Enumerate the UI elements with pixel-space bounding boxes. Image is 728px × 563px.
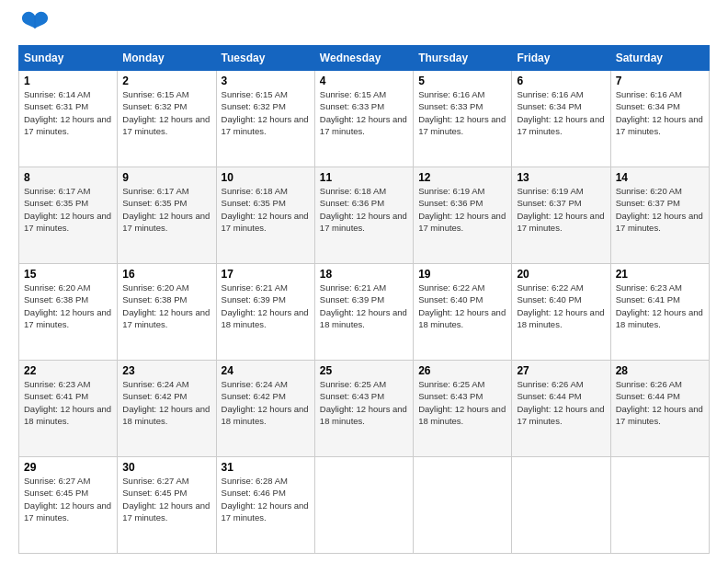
day-number: 16 bbox=[122, 268, 210, 281]
day-info: Sunrise: 6:14 AMSunset: 6:31 PMDaylight:… bbox=[24, 89, 111, 136]
day-number: 30 bbox=[122, 461, 210, 474]
calendar-cell: 6Sunrise: 6:16 AMSunset: 6:34 PMDaylight… bbox=[512, 71, 610, 167]
calendar-cell: 25Sunrise: 6:25 AMSunset: 6:43 PMDayligh… bbox=[314, 361, 413, 457]
calendar-cell: 23Sunrise: 6:24 AMSunset: 6:42 PMDayligh… bbox=[118, 361, 216, 457]
day-info: Sunrise: 6:20 AMSunset: 6:38 PMDaylight:… bbox=[122, 282, 210, 329]
day-info: Sunrise: 6:27 AMSunset: 6:45 PMDaylight:… bbox=[122, 476, 210, 523]
day-number: 28 bbox=[616, 364, 704, 377]
day-info: Sunrise: 6:19 AMSunset: 6:37 PMDaylight:… bbox=[517, 186, 604, 233]
calendar-cell: 12Sunrise: 6:19 AMSunset: 6:36 PMDayligh… bbox=[414, 167, 512, 264]
day-number: 22 bbox=[24, 364, 112, 377]
day-info: Sunrise: 6:26 AMSunset: 6:44 PMDaylight:… bbox=[517, 379, 604, 426]
day-number: 4 bbox=[320, 75, 408, 87]
header bbox=[18, 14, 710, 36]
day-number: 26 bbox=[418, 364, 506, 377]
day-number: 11 bbox=[320, 171, 408, 184]
day-number: 17 bbox=[222, 268, 310, 281]
day-number: 12 bbox=[418, 171, 506, 184]
col-header-thursday: Thursday bbox=[414, 46, 512, 71]
day-number: 1 bbox=[24, 75, 112, 87]
calendar-cell: 28Sunrise: 6:26 AMSunset: 6:44 PMDayligh… bbox=[610, 361, 709, 457]
day-info: Sunrise: 6:20 AMSunset: 6:37 PMDaylight:… bbox=[616, 186, 703, 233]
day-info: Sunrise: 6:21 AMSunset: 6:39 PMDaylight:… bbox=[222, 282, 309, 329]
calendar-cell: 29Sunrise: 6:27 AMSunset: 6:45 PMDayligh… bbox=[19, 457, 118, 554]
calendar-cell: 11Sunrise: 6:18 AMSunset: 6:36 PMDayligh… bbox=[314, 167, 413, 264]
calendar-cell: 3Sunrise: 6:15 AMSunset: 6:32 PMDaylight… bbox=[216, 71, 314, 167]
day-info: Sunrise: 6:17 AMSunset: 6:35 PMDaylight:… bbox=[24, 186, 111, 233]
day-number: 3 bbox=[222, 75, 310, 87]
day-info: Sunrise: 6:17 AMSunset: 6:35 PMDaylight:… bbox=[122, 186, 210, 233]
day-info: Sunrise: 6:24 AMSunset: 6:42 PMDaylight:… bbox=[122, 379, 210, 426]
calendar-cell: 8Sunrise: 6:17 AMSunset: 6:35 PMDaylight… bbox=[19, 167, 118, 264]
col-header-tuesday: Tuesday bbox=[216, 46, 314, 71]
day-number: 10 bbox=[222, 171, 310, 184]
day-info: Sunrise: 6:21 AMSunset: 6:39 PMDaylight:… bbox=[320, 282, 407, 329]
day-info: Sunrise: 6:15 AMSunset: 6:32 PMDaylight:… bbox=[122, 89, 210, 136]
calendar-cell: 2Sunrise: 6:15 AMSunset: 6:32 PMDaylight… bbox=[118, 71, 216, 167]
logo-bird-icon bbox=[20, 8, 50, 34]
calendar-cell: 13Sunrise: 6:19 AMSunset: 6:37 PMDayligh… bbox=[512, 167, 610, 264]
day-info: Sunrise: 6:20 AMSunset: 6:38 PMDaylight:… bbox=[24, 282, 111, 329]
day-info: Sunrise: 6:23 AMSunset: 6:41 PMDaylight:… bbox=[24, 379, 111, 426]
day-info: Sunrise: 6:25 AMSunset: 6:43 PMDaylight:… bbox=[320, 379, 407, 426]
calendar-cell: 18Sunrise: 6:21 AMSunset: 6:39 PMDayligh… bbox=[314, 264, 413, 361]
calendar-table: SundayMondayTuesdayWednesdayThursdayFrid… bbox=[18, 45, 710, 554]
day-number: 15 bbox=[24, 268, 112, 281]
calendar-cell: 7Sunrise: 6:16 AMSunset: 6:34 PMDaylight… bbox=[610, 71, 709, 167]
day-number: 18 bbox=[320, 268, 408, 281]
day-info: Sunrise: 6:24 AMSunset: 6:42 PMDaylight:… bbox=[222, 379, 309, 426]
day-info: Sunrise: 6:28 AMSunset: 6:46 PMDaylight:… bbox=[222, 476, 309, 523]
day-number: 20 bbox=[517, 268, 605, 281]
day-number: 27 bbox=[517, 364, 605, 377]
day-number: 7 bbox=[616, 75, 704, 87]
day-info: Sunrise: 6:19 AMSunset: 6:36 PMDaylight:… bbox=[418, 186, 506, 233]
day-number: 9 bbox=[122, 171, 210, 184]
calendar-cell: 19Sunrise: 6:22 AMSunset: 6:40 PMDayligh… bbox=[414, 264, 512, 361]
calendar-cell: 24Sunrise: 6:24 AMSunset: 6:42 PMDayligh… bbox=[216, 361, 314, 457]
page: SundayMondayTuesdayWednesdayThursdayFrid… bbox=[0, 0, 728, 563]
col-header-saturday: Saturday bbox=[610, 46, 709, 71]
col-header-sunday: Sunday bbox=[19, 46, 118, 71]
day-number: 31 bbox=[222, 461, 310, 474]
day-number: 29 bbox=[24, 461, 112, 474]
day-number: 5 bbox=[418, 75, 506, 87]
calendar-cell: 14Sunrise: 6:20 AMSunset: 6:37 PMDayligh… bbox=[610, 167, 709, 264]
calendar-cell: 4Sunrise: 6:15 AMSunset: 6:33 PMDaylight… bbox=[314, 71, 413, 167]
day-info: Sunrise: 6:16 AMSunset: 6:34 PMDaylight:… bbox=[616, 89, 703, 136]
calendar-cell bbox=[610, 457, 709, 554]
col-header-monday: Monday bbox=[118, 46, 216, 71]
day-info: Sunrise: 6:16 AMSunset: 6:33 PMDaylight:… bbox=[418, 89, 506, 136]
logo bbox=[18, 14, 50, 36]
day-info: Sunrise: 6:27 AMSunset: 6:45 PMDaylight:… bbox=[24, 476, 111, 523]
day-info: Sunrise: 6:18 AMSunset: 6:36 PMDaylight:… bbox=[320, 186, 407, 233]
calendar-cell: 21Sunrise: 6:23 AMSunset: 6:41 PMDayligh… bbox=[610, 264, 709, 361]
day-info: Sunrise: 6:16 AMSunset: 6:34 PMDaylight:… bbox=[517, 89, 604, 136]
day-number: 8 bbox=[24, 171, 112, 184]
day-number: 23 bbox=[122, 364, 210, 377]
calendar-cell: 20Sunrise: 6:22 AMSunset: 6:40 PMDayligh… bbox=[512, 264, 610, 361]
day-info: Sunrise: 6:22 AMSunset: 6:40 PMDaylight:… bbox=[517, 282, 604, 329]
calendar-cell: 5Sunrise: 6:16 AMSunset: 6:33 PMDaylight… bbox=[414, 71, 512, 167]
day-number: 14 bbox=[616, 171, 704, 184]
calendar-cell: 1Sunrise: 6:14 AMSunset: 6:31 PMDaylight… bbox=[19, 71, 118, 167]
day-info: Sunrise: 6:15 AMSunset: 6:32 PMDaylight:… bbox=[222, 89, 309, 136]
day-number: 19 bbox=[418, 268, 506, 281]
calendar-cell: 27Sunrise: 6:26 AMSunset: 6:44 PMDayligh… bbox=[512, 361, 610, 457]
day-number: 6 bbox=[517, 75, 605, 87]
day-info: Sunrise: 6:18 AMSunset: 6:35 PMDaylight:… bbox=[222, 186, 309, 233]
calendar-cell: 30Sunrise: 6:27 AMSunset: 6:45 PMDayligh… bbox=[118, 457, 216, 554]
calendar-cell bbox=[314, 457, 413, 554]
day-number: 25 bbox=[320, 364, 408, 377]
day-number: 2 bbox=[122, 75, 210, 87]
day-info: Sunrise: 6:15 AMSunset: 6:33 PMDaylight:… bbox=[320, 89, 407, 136]
calendar-cell: 10Sunrise: 6:18 AMSunset: 6:35 PMDayligh… bbox=[216, 167, 314, 264]
calendar-cell: 31Sunrise: 6:28 AMSunset: 6:46 PMDayligh… bbox=[216, 457, 314, 554]
day-info: Sunrise: 6:26 AMSunset: 6:44 PMDaylight:… bbox=[616, 379, 703, 426]
calendar-cell: 17Sunrise: 6:21 AMSunset: 6:39 PMDayligh… bbox=[216, 264, 314, 361]
calendar-cell: 9Sunrise: 6:17 AMSunset: 6:35 PMDaylight… bbox=[118, 167, 216, 264]
calendar-cell: 16Sunrise: 6:20 AMSunset: 6:38 PMDayligh… bbox=[118, 264, 216, 361]
calendar-cell: 26Sunrise: 6:25 AMSunset: 6:43 PMDayligh… bbox=[414, 361, 512, 457]
calendar-cell: 22Sunrise: 6:23 AMSunset: 6:41 PMDayligh… bbox=[19, 361, 118, 457]
day-info: Sunrise: 6:25 AMSunset: 6:43 PMDaylight:… bbox=[418, 379, 506, 426]
day-number: 21 bbox=[616, 268, 704, 281]
